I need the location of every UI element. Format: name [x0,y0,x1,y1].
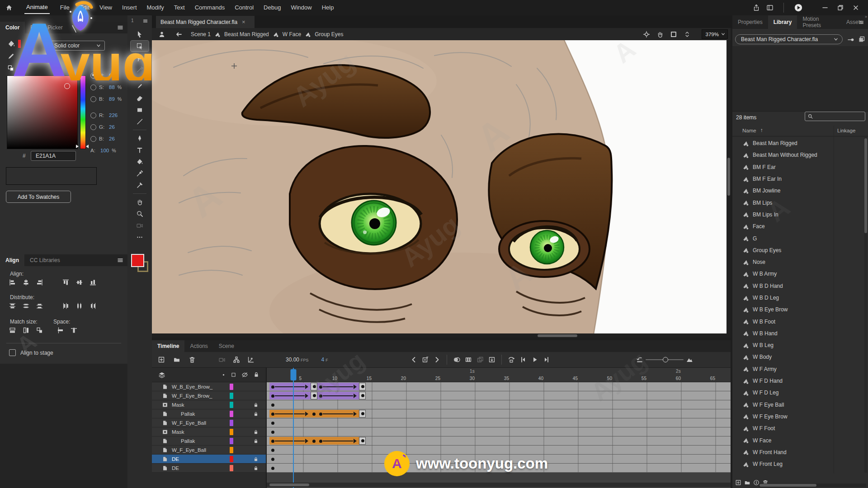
align-bottom-button[interactable] [88,278,98,287]
tab-close-icon[interactable]: × [242,19,245,25]
distribute-middle-button[interactable] [21,301,31,310]
add-to-swatches-button[interactable]: Add To Swatches [6,191,71,203]
workspace-icon[interactable] [766,4,774,11]
hue-slider[interactable] [80,75,86,149]
asset-warp-tool[interactable] [131,180,149,191]
distribute-bottom-button[interactable] [34,301,44,310]
color-channel-row[interactable]: G: 26 [90,121,122,133]
color-channel-row[interactable]: S: 88 % [90,81,122,93]
distribute-right-button[interactable] [88,301,98,310]
lasso-tool[interactable] [131,52,149,63]
layer-lock-icon[interactable] [253,429,259,435]
timeline-ruler[interactable]: 51015202530354045505560651s2s [267,368,731,382]
pen-tool[interactable] [131,133,149,144]
layer-color-chip[interactable] [230,420,233,426]
library-scrollbar[interactable] [864,137,867,473]
default-colors-icon[interactable] [7,65,14,72]
tween-span[interactable] [317,392,359,399]
library-item[interactable]: W B Army [732,268,868,280]
tween-span[interactable] [317,437,359,445]
menu-item[interactable]: Edit [75,0,94,15]
layer-name[interactable]: Pallak [172,411,266,417]
timeline-tab[interactable]: Timeline [152,340,184,352]
layer-row[interactable]: Mask [152,400,266,409]
auto-keyframe-button[interactable] [420,354,431,366]
color-picker-handle[interactable] [64,83,70,89]
library-item[interactable]: BM Jowline [732,185,868,197]
library-item[interactable]: W B D Leg [732,292,868,304]
layer-color-chip[interactable] [230,465,233,471]
tween-span[interactable] [269,437,311,445]
symbol-edit-mode-icon[interactable] [158,31,165,38]
breadcrumb-item[interactable]: W Face [283,31,301,38]
channel-value[interactable]: 100 [100,148,109,153]
layer-row[interactable]: DE [152,455,266,464]
layer-color-chip[interactable] [230,384,233,390]
tween-span[interactable] [269,410,311,418]
slider-knob[interactable] [663,357,668,362]
channel-radio[interactable] [90,84,96,90]
align-right-button[interactable] [34,278,44,287]
tween-span[interactable] [317,383,359,390]
channel-radio[interactable] [90,136,96,142]
library-item[interactable]: BM Lips [732,197,868,208]
library-item[interactable]: W F Eye Ball [732,399,868,411]
keyframe-cell[interactable] [359,392,366,399]
channel-radio[interactable] [90,113,96,118]
channel-radio[interactable] [90,124,96,130]
outline-column-icon[interactable] [231,372,236,378]
saturation-brightness-picker[interactable] [7,75,78,149]
frame-row[interactable] [267,464,731,473]
layer-lock-icon[interactable] [253,411,259,417]
match-width-button[interactable] [7,326,17,335]
keyframe-cell[interactable] [311,437,317,445]
layer-name[interactable]: W_F_Eye_Ball [172,447,266,453]
library-item[interactable]: Group Eyes [732,244,868,256]
panel-tab[interactable]: Motion Presets [797,15,841,29]
channel-value[interactable]: 89 [109,96,115,102]
keyframe-cell[interactable] [359,383,366,390]
layer-row[interactable]: W_F_Eye_Ball [152,446,266,455]
library-item[interactable]: Beast Man Rigged [732,137,868,149]
stage-canvas[interactable] [152,40,731,338]
panel-menu[interactable] [859,19,864,27]
channel-value[interactable]: 26 [109,124,115,130]
timeline-zoom-slider[interactable] [646,359,684,360]
step-forward-button[interactable] [541,354,552,366]
new-library-panel-icon[interactable] [858,36,865,43]
magic-wand-tool[interactable] [131,64,149,75]
channel-value[interactable]: 26 [109,136,115,141]
breadcrumb-item[interactable]: Beast Man Rigged [224,31,269,38]
layer-lock-icon[interactable] [253,456,259,462]
menu-item[interactable]: Window [286,0,316,15]
zoom-level-dropdown[interactable]: 379% [702,29,728,39]
layer-name[interactable]: DE [172,456,266,462]
align-left-button[interactable] [7,278,17,287]
timeline-tab[interactable]: Scene [213,340,240,352]
back-arrow-icon[interactable] [175,31,183,38]
channel-radio[interactable] [90,96,96,102]
layer-color-chip[interactable] [230,429,233,435]
keyframe-cell[interactable] [359,410,366,418]
library-item[interactable]: W Front Leg [732,458,868,470]
layer-lock-icon[interactable] [253,402,259,408]
layer-name[interactable]: Mask [172,429,266,435]
layer-color-chip[interactable] [230,411,233,417]
tab-cc-libraries[interactable]: CC Libraries [24,254,66,266]
layer-name[interactable]: Pallak [172,438,266,444]
layer-name[interactable]: Mask [172,402,266,408]
camera-button[interactable] [216,354,228,366]
library-item[interactable]: W F D Leg [732,387,868,399]
keyframe-cell[interactable] [269,428,276,436]
library-item[interactable]: Nose [732,256,868,268]
frame-row[interactable] [267,391,731,400]
share-icon[interactable] [753,4,760,11]
free-transform-tool[interactable] [131,41,149,52]
zoom-tool[interactable] [131,208,149,219]
layer-lock-icon[interactable] [253,465,259,471]
panel-menu-icon[interactable] [117,257,124,264]
timeline-horizontal-scrollbar[interactable] [267,483,731,487]
layer-row[interactable]: Mask [152,427,266,436]
distribute-top-button[interactable] [7,301,17,310]
library-item[interactable]: W B Leg [732,339,868,351]
